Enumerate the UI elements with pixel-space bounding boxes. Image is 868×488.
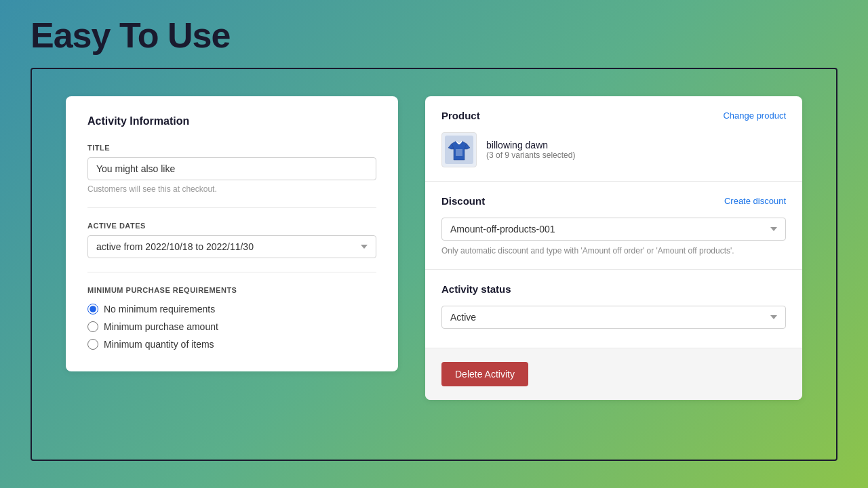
radio-min-qty-input[interactable] bbox=[87, 339, 98, 350]
radio-min-amount-label: Minimum purchase amount bbox=[104, 321, 218, 332]
active-dates-select[interactable]: active from 2022/10/18 to 2022/11/30 bbox=[87, 235, 376, 258]
right-card: Product Change product bbox=[425, 96, 802, 400]
title-section: TITLE Customers will see this at checkou… bbox=[87, 144, 376, 194]
divider-1 bbox=[87, 207, 376, 208]
discount-section: Discount Create discount Amount-off-prod… bbox=[425, 182, 802, 270]
radio-min-qty-label: Minimum quantity of items bbox=[104, 339, 214, 350]
discount-section-header: Discount Create discount bbox=[441, 195, 786, 207]
radio-min-qty[interactable]: Minimum quantity of items bbox=[87, 339, 376, 350]
discount-select[interactable]: Amount-off-products-001 bbox=[441, 218, 786, 241]
create-discount-link[interactable]: Create discount bbox=[724, 196, 786, 206]
activity-status-title: Activity status bbox=[441, 283, 511, 295]
activity-status-header: Activity status bbox=[441, 283, 786, 295]
product-thumbnail bbox=[441, 132, 477, 167]
product-section: Product Change product bbox=[425, 96, 802, 182]
discount-hint: Only automatic discount and type with 'A… bbox=[441, 246, 786, 256]
product-name: billowing dawn bbox=[486, 140, 575, 150]
divider-2 bbox=[87, 272, 376, 272]
radio-no-min-label: No minimum requirements bbox=[104, 304, 215, 314]
page-title: Easy To Use bbox=[0, 0, 868, 68]
jersey-icon bbox=[445, 136, 473, 164]
delete-section: Delete Activity bbox=[425, 348, 802, 400]
activity-status-select[interactable]: Active bbox=[441, 306, 786, 329]
radio-no-min-input[interactable] bbox=[87, 304, 98, 314]
activity-status-section: Activity status Active bbox=[425, 270, 802, 348]
delete-activity-button[interactable]: Delete Activity bbox=[441, 362, 528, 386]
change-product-link[interactable]: Change product bbox=[723, 110, 786, 121]
radio-min-amount[interactable]: Minimum purchase amount bbox=[87, 321, 376, 332]
product-variants: (3 of 9 variants selected) bbox=[486, 150, 575, 160]
product-section-title: Product bbox=[441, 110, 480, 121]
minimum-purchase-section: MINIMUM PURCHASE REQUIREMENTS No minimum… bbox=[87, 286, 376, 350]
active-dates-label: ACTIVE DATES bbox=[87, 222, 376, 230]
svg-rect-4 bbox=[456, 149, 462, 156]
product-section-header: Product Change product bbox=[441, 110, 786, 121]
active-dates-section: ACTIVE DATES active from 2022/10/18 to 2… bbox=[87, 222, 376, 258]
title-input[interactable] bbox=[87, 157, 376, 180]
activity-information-title: Activity Information bbox=[87, 115, 376, 127]
title-label: TITLE bbox=[87, 144, 376, 152]
product-info: billowing dawn (3 of 9 variants selected… bbox=[486, 140, 575, 160]
radio-min-amount-input[interactable] bbox=[87, 321, 98, 332]
main-container: Activity Information TITLE Customers wil… bbox=[31, 68, 837, 461]
product-row: billowing dawn (3 of 9 variants selected… bbox=[441, 132, 786, 167]
activity-information-card: Activity Information TITLE Customers wil… bbox=[66, 96, 398, 371]
minimum-purchase-label: MINIMUM PURCHASE REQUIREMENTS bbox=[87, 286, 376, 294]
title-hint: Customers will see this at checkout. bbox=[87, 184, 376, 194]
radio-no-min[interactable]: No minimum requirements bbox=[87, 304, 376, 314]
radio-group: No minimum requirements Minimum purchase… bbox=[87, 304, 376, 350]
discount-section-title: Discount bbox=[441, 195, 485, 207]
